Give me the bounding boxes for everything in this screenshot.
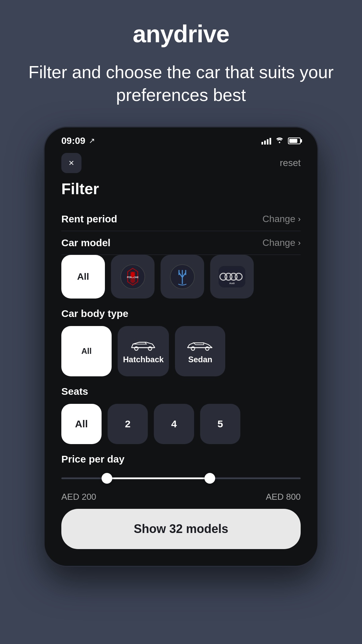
sedan-icon xyxy=(185,338,215,352)
rent-period-row[interactable]: Rent period Change › xyxy=(61,207,301,231)
price-section: Price per day AED 200 AED 800 xyxy=(61,453,301,502)
price-labels: AED 200 AED 800 xyxy=(61,492,301,502)
filter-title: Filter xyxy=(61,180,301,198)
price-label: Price per day xyxy=(61,453,301,465)
body-pill-all[interactable]: All xyxy=(61,326,112,376)
brand-pill-audi[interactable]: Audi xyxy=(210,255,254,299)
seat-pill-all[interactable]: All xyxy=(61,404,102,444)
app-title: anydrive xyxy=(133,20,229,48)
price-max-label: AED 800 xyxy=(266,492,301,502)
phone-screen: 09:09 ↗ xyxy=(45,127,317,566)
car-model-chevron: › xyxy=(298,238,301,248)
seat-5-label: 5 xyxy=(218,418,223,430)
body-type-pills-row: All Hatchback xyxy=(61,326,301,376)
signal-bar-1 xyxy=(261,142,263,145)
status-bar: 09:09 ↗ xyxy=(45,127,317,150)
reset-button[interactable]: reset xyxy=(280,158,301,168)
rent-period-change: Change xyxy=(262,214,295,224)
svg-point-0 xyxy=(279,142,280,143)
wifi-icon xyxy=(275,136,284,146)
seat-pills-row: All 2 4 5 xyxy=(61,404,301,444)
svg-text:Audi: Audi xyxy=(229,282,235,285)
rent-period-chevron: › xyxy=(298,214,301,224)
signal-bar-2 xyxy=(264,141,266,145)
battery-fill xyxy=(289,139,297,143)
seat-4-label: 4 xyxy=(171,418,177,430)
car-body-type-label: Car body type xyxy=(61,308,301,319)
body-pill-hatchback[interactable]: Hatchback xyxy=(118,326,169,376)
status-right xyxy=(261,136,301,146)
slider-thumb-left[interactable] xyxy=(102,473,112,484)
signal-bar-4 xyxy=(269,138,271,145)
brand-pill-all[interactable]: All xyxy=(61,255,105,299)
show-button-wrapper: Show 32 models xyxy=(45,509,317,566)
show-models-label: Show 32 models xyxy=(134,522,228,536)
body-pill-sedan[interactable]: Sedan xyxy=(175,326,225,376)
body-pill-sedan-label: Sedan xyxy=(188,355,212,364)
filter-screen: × reset Filter Rent period Change › Car … xyxy=(45,150,317,502)
price-slider[interactable] xyxy=(61,472,301,485)
slider-fill xyxy=(107,478,210,479)
car-model-change: Change xyxy=(262,237,295,248)
car-model-row[interactable]: Car model Change › xyxy=(61,231,301,255)
status-left: 09:09 ↗ xyxy=(61,136,95,146)
show-models-button[interactable]: Show 32 models xyxy=(61,509,301,549)
seat-pill-4[interactable]: 4 xyxy=(154,404,194,444)
seat-all-label: All xyxy=(75,418,88,430)
phone-frame: 09:09 ↗ xyxy=(44,126,318,567)
brand-pill-maserati[interactable] xyxy=(161,255,204,299)
car-model-label: Car model xyxy=(61,237,111,249)
brand-pill-porsche[interactable]: PORSCHE xyxy=(111,255,155,299)
seats-label: Seats xyxy=(61,386,301,397)
close-button[interactable]: × xyxy=(61,153,81,173)
filter-header: × reset xyxy=(61,153,301,173)
rent-period-label: Rent period xyxy=(61,213,117,225)
porsche-logo: PORSCHE xyxy=(119,263,146,290)
slider-thumb-right[interactable] xyxy=(204,473,215,484)
signal-icon xyxy=(261,137,271,145)
brand-pill-all-label: All xyxy=(77,271,89,282)
seat-pill-5[interactable]: 5 xyxy=(200,404,240,444)
audi-logo: Audi xyxy=(219,263,245,290)
seat-pill-2[interactable]: 2 xyxy=(108,404,148,444)
body-pill-all-label: All xyxy=(81,346,92,356)
body-pill-hatchback-label: Hatchback xyxy=(123,355,164,364)
price-min-label: AED 200 xyxy=(61,492,96,502)
rent-period-action[interactable]: Change › xyxy=(262,214,301,224)
signal-bar-3 xyxy=(267,139,268,145)
car-model-action[interactable]: Change › xyxy=(262,237,301,248)
seat-2-label: 2 xyxy=(125,418,131,430)
status-time: 09:09 xyxy=(61,136,85,146)
battery-icon xyxy=(288,138,301,144)
app-subtitle: Filter and choose the car that suits you… xyxy=(0,61,362,106)
maserati-logo xyxy=(169,263,196,290)
brand-pills-row: All PORSCHE xyxy=(61,255,301,299)
location-icon: ↗ xyxy=(89,137,95,145)
hatchback-icon xyxy=(128,338,159,352)
svg-point-3 xyxy=(131,272,135,277)
